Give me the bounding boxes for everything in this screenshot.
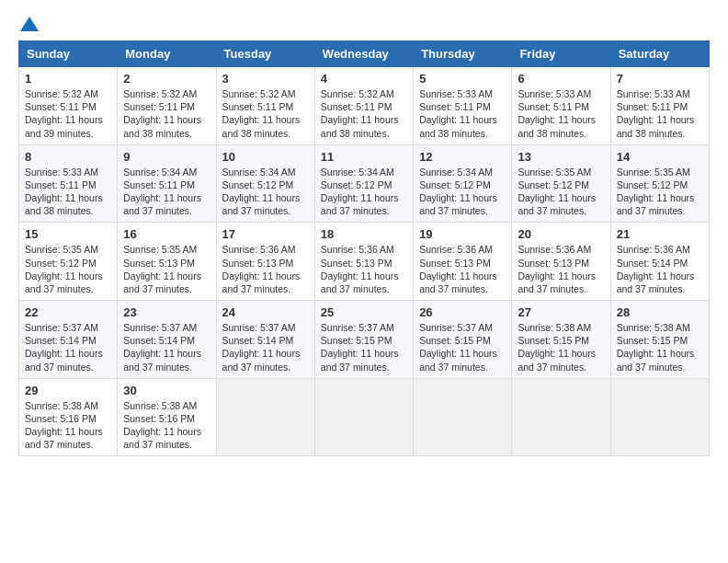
daylight-label: Daylight: 11 hours and 37 minutes. [518,192,596,216]
calendar-day-header: Monday [118,41,216,67]
day-number: 7 [617,72,703,86]
calendar-week-row: 22 Sunrise: 5:37 AM Sunset: 5:14 PM Dayl… [19,301,710,379]
sunrise-label: Sunrise: 5:37 AM [419,322,493,333]
day-number: 20 [518,227,604,241]
sunset-label: Sunset: 5:12 PM [25,258,97,269]
sunrise-label: Sunrise: 5:36 AM [419,244,493,255]
cell-content: Sunrise: 5:37 AM Sunset: 5:14 PM Dayligh… [123,321,210,373]
sunrise-label: Sunrise: 5:35 AM [123,244,197,255]
daylight-label: Daylight: 11 hours and 37 minutes. [123,348,201,372]
calendar-cell: 10 Sunrise: 5:34 AM Sunset: 5:12 PM Dayl… [216,144,314,223]
day-number: 2 [123,72,210,86]
sunrise-label: Sunrise: 5:32 AM [123,88,197,99]
calendar-cell: 6 Sunrise: 5:33 AM Sunset: 5:11 PM Dayli… [512,67,610,145]
calendar-cell: 30 Sunrise: 5:38 AM Sunset: 5:16 PM Dayl… [118,378,216,456]
calendar-cell: 27 Sunrise: 5:38 AM Sunset: 5:15 PM Dayl… [512,301,610,379]
calendar-cell: 8 Sunrise: 5:33 AM Sunset: 5:11 PM Dayli… [19,144,118,223]
sunset-label: Sunset: 5:14 PM [222,335,294,346]
cell-content: Sunrise: 5:32 AM Sunset: 5:11 PM Dayligh… [222,87,309,140]
cell-content: Sunrise: 5:35 AM Sunset: 5:12 PM Dayligh… [617,166,703,218]
day-number: 11 [321,150,407,164]
logo-triangle-icon [20,17,39,31]
calendar-cell: 2 Sunrise: 5:32 AM Sunset: 5:11 PM Dayli… [118,67,216,145]
day-number: 10 [222,150,309,164]
sunset-label: Sunset: 5:11 PM [222,101,294,112]
calendar-cell [414,378,512,456]
day-number: 26 [419,305,506,319]
sunset-label: Sunset: 5:11 PM [518,101,589,112]
cell-content: Sunrise: 5:33 AM Sunset: 5:11 PM Dayligh… [419,87,506,140]
sunrise-label: Sunrise: 5:38 AM [617,322,690,333]
calendar-cell: 29 Sunrise: 5:38 AM Sunset: 5:16 PM Dayl… [19,378,118,456]
sunrise-label: Sunrise: 5:38 AM [123,400,197,411]
daylight-label: Daylight: 11 hours and 37 minutes. [25,270,103,294]
daylight-label: Daylight: 11 hours and 38 minutes. [617,114,695,138]
daylight-label: Daylight: 11 hours and 37 minutes. [222,192,301,216]
calendar-day-header: Tuesday [216,41,314,67]
day-number: 8 [25,150,111,164]
calendar-day-header: Wednesday [314,41,413,67]
calendar-cell: 21 Sunrise: 5:36 AM Sunset: 5:14 PM Dayl… [610,223,709,301]
daylight-label: Daylight: 11 hours and 37 minutes. [25,348,103,372]
calendar-cell [216,378,314,456]
sunset-label: Sunset: 5:12 PM [419,179,491,190]
sunset-label: Sunset: 5:15 PM [518,335,589,346]
day-number: 9 [123,150,210,164]
sunset-label: Sunset: 5:11 PM [321,101,392,112]
daylight-label: Daylight: 11 hours and 37 minutes. [518,270,596,294]
calendar-cell: 3 Sunrise: 5:32 AM Sunset: 5:11 PM Dayli… [216,67,314,145]
daylight-label: Daylight: 11 hours and 38 minutes. [222,114,301,138]
cell-content: Sunrise: 5:32 AM Sunset: 5:11 PM Dayligh… [25,87,111,140]
calendar-cell: 26 Sunrise: 5:37 AM Sunset: 5:15 PM Dayl… [414,301,512,379]
calendar-day-header: Sunday [19,41,118,67]
sunrise-label: Sunrise: 5:34 AM [222,167,296,178]
calendar-cell: 24 Sunrise: 5:37 AM Sunset: 5:14 PM Dayl… [216,301,314,379]
calendar-header-row: SundayMondayTuesdayWednesdayThursdayFrid… [19,41,710,67]
sunrise-label: Sunrise: 5:33 AM [25,167,98,178]
cell-content: Sunrise: 5:34 AM Sunset: 5:12 PM Dayligh… [419,166,506,218]
day-number: 14 [617,150,703,164]
sunset-label: Sunset: 5:11 PM [25,179,97,190]
sunset-label: Sunset: 5:12 PM [222,179,294,190]
cell-content: Sunrise: 5:38 AM Sunset: 5:15 PM Dayligh… [617,321,703,373]
cell-content: Sunrise: 5:34 AM Sunset: 5:12 PM Dayligh… [321,166,407,218]
calendar-cell: 12 Sunrise: 5:34 AM Sunset: 5:12 PM Dayl… [414,144,512,223]
day-number: 1 [25,72,111,86]
calendar-cell [610,378,709,456]
day-number: 17 [222,227,309,241]
calendar-cell: 11 Sunrise: 5:34 AM Sunset: 5:12 PM Dayl… [314,144,413,223]
daylight-label: Daylight: 11 hours and 38 minutes. [25,192,103,216]
sunset-label: Sunset: 5:16 PM [25,413,97,424]
daylight-label: Daylight: 11 hours and 37 minutes. [222,270,301,294]
daylight-label: Daylight: 11 hours and 37 minutes. [123,426,201,450]
sunrise-label: Sunrise: 5:33 AM [419,88,493,99]
calendar-cell: 7 Sunrise: 5:33 AM Sunset: 5:11 PM Dayli… [610,67,709,145]
day-number: 3 [222,72,309,86]
calendar-cell: 23 Sunrise: 5:37 AM Sunset: 5:14 PM Dayl… [118,301,216,379]
sunrise-label: Sunrise: 5:36 AM [617,244,690,255]
calendar-cell: 13 Sunrise: 5:35 AM Sunset: 5:12 PM Dayl… [512,144,610,223]
day-number: 25 [321,305,407,319]
cell-content: Sunrise: 5:33 AM Sunset: 5:11 PM Dayligh… [518,87,604,140]
cell-content: Sunrise: 5:32 AM Sunset: 5:11 PM Dayligh… [123,87,210,140]
day-number: 12 [419,150,506,164]
cell-content: Sunrise: 5:38 AM Sunset: 5:15 PM Dayligh… [518,321,604,373]
daylight-label: Daylight: 11 hours and 37 minutes. [123,192,201,216]
day-number: 19 [419,227,506,241]
daylight-label: Daylight: 11 hours and 37 minutes. [321,348,399,372]
daylight-label: Daylight: 11 hours and 37 minutes. [321,270,399,294]
sunrise-label: Sunrise: 5:35 AM [25,244,98,255]
sunset-label: Sunset: 5:11 PM [419,101,491,112]
calendar-cell: 17 Sunrise: 5:36 AM Sunset: 5:13 PM Dayl… [216,223,314,301]
day-number: 18 [321,227,407,241]
sunset-label: Sunset: 5:15 PM [321,335,392,346]
calendar-day-header: Thursday [414,41,512,67]
sunrise-label: Sunrise: 5:32 AM [25,88,98,99]
day-number: 16 [123,227,210,241]
sunrise-label: Sunrise: 5:36 AM [222,244,296,255]
sunset-label: Sunset: 5:14 PM [25,335,97,346]
calendar-week-row: 15 Sunrise: 5:35 AM Sunset: 5:12 PM Dayl… [19,223,710,301]
daylight-label: Daylight: 11 hours and 37 minutes. [617,348,695,372]
sunset-label: Sunset: 5:13 PM [419,258,491,269]
daylight-label: Daylight: 11 hours and 37 minutes. [419,270,497,294]
